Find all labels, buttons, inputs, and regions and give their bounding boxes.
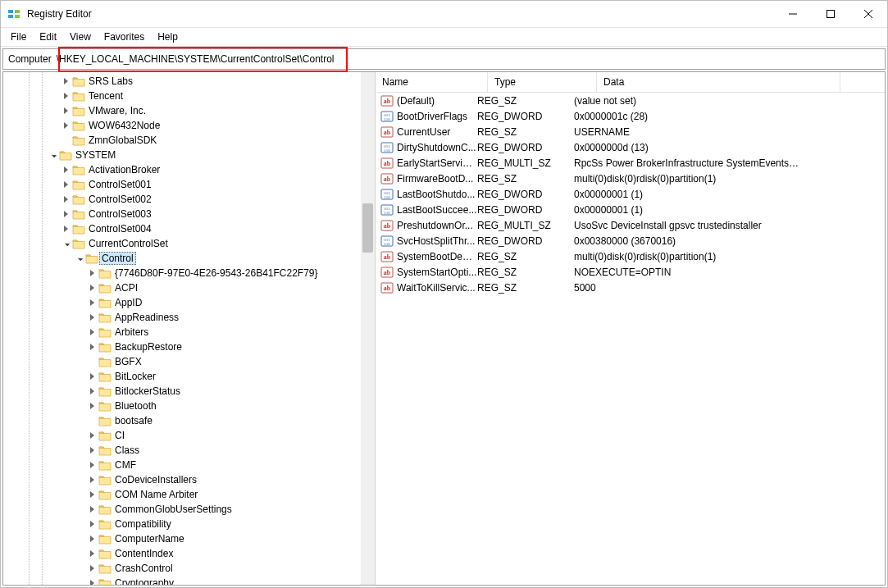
- expand-icon[interactable]: [87, 312, 97, 322]
- menu-help[interactable]: Help: [151, 30, 184, 44]
- value-row[interactable]: 011110LastBootShutdo...REG_DWORD0x000000…: [376, 186, 885, 202]
- expand-icon[interactable]: [87, 534, 97, 544]
- svg-rect-5: [827, 11, 835, 18]
- value-row[interactable]: abSystemStartOpti...REG_SZ NOEXECUTE=OPT…: [376, 264, 885, 280]
- column-data[interactable]: Data: [597, 72, 840, 92]
- tree-item[interactable]: ControlSet003: [3, 207, 375, 221]
- expand-icon[interactable]: [87, 519, 97, 529]
- tree-item[interactable]: WOW6432Node: [3, 118, 375, 133]
- tree-item[interactable]: Control: [3, 251, 375, 266]
- tree-item-label: {7746D80F-97E0-4E26-9543-26B41FC22F79}: [115, 267, 318, 279]
- expand-icon[interactable]: [61, 106, 71, 116]
- tree-item[interactable]: ControlSet004: [3, 221, 375, 236]
- expand-icon[interactable]: [61, 224, 71, 234]
- value-row[interactable]: abSystemBootDevi...REG_SZmulti(0)disk(0)…: [376, 248, 885, 264]
- tree-item[interactable]: {7746D80F-97E0-4E26-9543-26B41FC22F79}: [3, 266, 375, 280]
- address-bar[interactable]: Computer\HKEY_LOCAL_MACHINE\SYSTEM\Curre…: [2, 48, 886, 70]
- tree-item[interactable]: VMware, Inc.: [3, 103, 375, 118]
- tree-item[interactable]: ActivationBroker: [3, 162, 375, 177]
- expand-icon[interactable]: [61, 76, 71, 86]
- tree-item[interactable]: ComputerName: [3, 531, 375, 546]
- collapse-icon[interactable]: [48, 150, 57, 160]
- tree-item[interactable]: BackupRestore: [3, 340, 375, 354]
- tree-item[interactable]: BitlockerStatus: [3, 384, 375, 399]
- values-header[interactable]: Name Type Data: [376, 72, 885, 93]
- menu-file[interactable]: File: [4, 30, 33, 44]
- tree-scrollbar[interactable]: [361, 72, 375, 585]
- tree-item[interactable]: COM Name Arbiter: [3, 487, 375, 502]
- expand-icon[interactable]: [87, 298, 97, 308]
- expand-icon[interactable]: [61, 165, 71, 175]
- expand-icon[interactable]: [87, 431, 97, 440]
- value-row[interactable]: abEarlyStartServicesREG_MULTI_SZRpcSs Po…: [376, 155, 885, 171]
- value-row[interactable]: 011110LastBootSuccee...REG_DWORD0x000000…: [376, 202, 885, 217]
- tree-item[interactable]: ControlSet002: [3, 192, 375, 207]
- expand-icon[interactable]: [87, 563, 97, 573]
- value-row[interactable]: ab(Default)REG_SZ(value not set): [376, 93, 885, 108]
- expand-icon[interactable]: [87, 327, 97, 337]
- minimize-button[interactable]: [774, 1, 812, 27]
- tree-item[interactable]: Bluetooth: [3, 399, 375, 413]
- value-row[interactable]: 011110BootDriverFlagsREG_DWORD0x0000001c…: [376, 108, 885, 124]
- tree-item[interactable]: ZmnGlobalSDK: [3, 133, 375, 148]
- expand-icon[interactable]: [87, 283, 97, 293]
- column-name[interactable]: Name: [376, 72, 488, 92]
- collapse-icon[interactable]: [74, 253, 84, 263]
- expand-icon[interactable]: [87, 371, 97, 381]
- expand-icon[interactable]: [87, 386, 97, 396]
- expand-icon[interactable]: [61, 209, 71, 219]
- tree-item[interactable]: CoDeviceInstallers: [3, 472, 375, 487]
- tree-item[interactable]: bootsafe: [3, 413, 375, 428]
- expand-icon[interactable]: [87, 578, 97, 585]
- value-row[interactable]: abPreshutdownOr...REG_MULTI_SZUsoSvc Dev…: [376, 217, 885, 233]
- tree-item[interactable]: ACPI: [3, 280, 375, 295]
- expand-icon[interactable]: [61, 194, 71, 204]
- collapse-icon[interactable]: [61, 239, 71, 248]
- expand-placeholder: [87, 357, 97, 367]
- binary-value-icon: 011110: [380, 235, 394, 248]
- tree-item[interactable]: SRS Labs: [3, 74, 375, 89]
- value-row[interactable]: 011110SvcHostSplitThr...REG_DWORD0x00380…: [376, 233, 885, 248]
- expand-icon[interactable]: [61, 121, 71, 130]
- tree-item[interactable]: Arbiters: [3, 325, 375, 340]
- expand-icon[interactable]: [61, 91, 71, 101]
- tree-item[interactable]: ContentIndex: [3, 546, 375, 561]
- tree-item[interactable]: CI: [3, 428, 375, 443]
- value-row[interactable]: 011110DirtyShutdownC...REG_DWORD0x000000…: [376, 139, 885, 155]
- menu-view[interactable]: View: [63, 30, 98, 44]
- registry-tree[interactable]: SRS LabsTencentVMware, Inc.WOW6432NodeZm…: [3, 72, 375, 585]
- tree-item[interactable]: BGFX: [3, 354, 375, 369]
- close-button[interactable]: [849, 1, 887, 27]
- menu-edit[interactable]: Edit: [33, 30, 63, 44]
- expand-icon[interactable]: [87, 549, 97, 558]
- maximize-button[interactable]: [812, 1, 849, 27]
- tree-item[interactable]: Class: [3, 443, 375, 458]
- tree-item[interactable]: BitLocker: [3, 369, 375, 384]
- tree-item[interactable]: CurrentControlSet: [3, 236, 375, 251]
- value-row[interactable]: abFirmwareBootD...REG_SZmulti(0)disk(0)r…: [376, 171, 885, 186]
- expand-icon[interactable]: [87, 504, 97, 514]
- value-row[interactable]: abWaitToKillServic...REG_SZ5000: [376, 280, 885, 295]
- expand-icon[interactable]: [87, 445, 97, 455]
- expand-icon[interactable]: [61, 180, 71, 189]
- expand-icon[interactable]: [87, 268, 97, 278]
- value-row[interactable]: abCurrentUserREG_SZUSERNAME: [376, 124, 885, 139]
- expand-icon[interactable]: [87, 490, 97, 499]
- tree-item[interactable]: Compatibility: [3, 517, 375, 531]
- expand-icon[interactable]: [87, 342, 97, 352]
- expand-icon[interactable]: [87, 460, 97, 470]
- values-list[interactable]: ab(Default)REG_SZ(value not set)011110Bo…: [376, 93, 885, 585]
- tree-item[interactable]: ControlSet001: [3, 177, 375, 192]
- column-type[interactable]: Type: [488, 72, 597, 92]
- tree-item[interactable]: CrashControl: [3, 561, 375, 576]
- tree-item[interactable]: CommonGlobUserSettings: [3, 502, 375, 517]
- tree-item[interactable]: Tencent: [3, 89, 375, 103]
- tree-item[interactable]: Cryptography: [3, 576, 375, 585]
- tree-item[interactable]: AppID: [3, 295, 375, 310]
- menu-favorites[interactable]: Favorites: [98, 30, 151, 44]
- tree-item[interactable]: CMF: [3, 458, 375, 472]
- tree-item[interactable]: AppReadiness: [3, 310, 375, 325]
- tree-item[interactable]: SYSTEM: [3, 148, 375, 162]
- expand-icon[interactable]: [87, 401, 97, 411]
- expand-icon[interactable]: [87, 475, 97, 485]
